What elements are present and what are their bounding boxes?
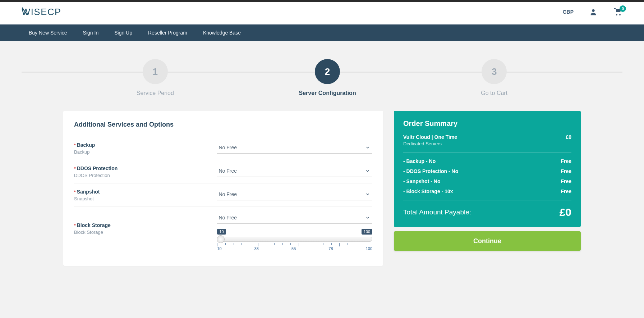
- site-header: WISECP GBP 0: [0, 2, 644, 24]
- snapshot-select[interactable]: No Free: [217, 188, 372, 200]
- cart-count-badge: 0: [620, 5, 626, 12]
- option-desc: DDOS Protection: [74, 173, 217, 178]
- svg-text:WISECP: WISECP: [22, 7, 61, 17]
- chevron-down-icon: [365, 145, 370, 150]
- panel-title: Additional Services and Options: [74, 121, 372, 133]
- slider-thumb[interactable]: [217, 235, 225, 243]
- main-nav: Buy New Service Sign In Sign Up Reseller…: [0, 24, 644, 41]
- chevron-down-icon: [365, 215, 370, 220]
- option-title: Backup: [77, 142, 95, 148]
- options-panel: Additional Services and Options *Backup …: [63, 111, 383, 266]
- ddos-select[interactable]: No Free: [217, 165, 372, 177]
- option-desc: Backup: [74, 149, 217, 155]
- slider-scale: 10 33 55 78 100: [217, 243, 372, 251]
- svg-point-2: [592, 9, 594, 12]
- wisecp-logo-icon: WISECP: [22, 6, 83, 18]
- slider-max-badge: 100: [362, 229, 372, 235]
- required-mark: *: [74, 166, 76, 171]
- summary-title: Order Summary: [403, 119, 571, 128]
- chevron-down-icon: [365, 168, 370, 173]
- option-row-backup: *Backup Backup No Free: [74, 137, 372, 160]
- option-desc: Block Storage: [74, 230, 217, 235]
- required-mark: *: [74, 143, 76, 148]
- backup-select[interactable]: No Free: [217, 142, 372, 154]
- summary-product: Vultr Cloud | One Time: [403, 134, 457, 140]
- nav-knowledge-base[interactable]: Knowledge Base: [203, 30, 241, 36]
- summary-item: - DDOS Protection - NoFree: [403, 168, 571, 174]
- nav-reseller-program[interactable]: Reseller Program: [148, 30, 187, 36]
- svg-point-3: [616, 14, 617, 15]
- slider-track[interactable]: [217, 237, 372, 242]
- required-mark: *: [74, 223, 76, 228]
- option-title: Block Storage: [77, 222, 111, 228]
- cart-icon[interactable]: 0: [613, 8, 622, 16]
- option-desc: Snapshot: [74, 196, 217, 201]
- option-title: Sanpshot: [77, 189, 100, 195]
- summary-product-price: £0: [566, 134, 571, 140]
- total-value: £0: [560, 206, 571, 218]
- chevron-down-icon: [365, 192, 370, 197]
- currency-selector[interactable]: GBP: [563, 9, 574, 15]
- option-title: DDOS Protection: [77, 165, 118, 171]
- option-row-block-storage: *Block Storage Block Storage No Free 10 …: [74, 207, 372, 256]
- step-server-configuration[interactable]: 2 Server Configuration: [299, 59, 356, 96]
- total-label: Total Amount Payable:: [403, 208, 471, 216]
- continue-button[interactable]: Continue: [394, 231, 581, 251]
- nav-sign-up[interactable]: Sign Up: [114, 30, 132, 36]
- block-storage-slider[interactable]: 10 100 10: [217, 229, 372, 251]
- nav-sign-in[interactable]: Sign In: [83, 30, 99, 36]
- summary-item: - Block Storage - 10xFree: [403, 188, 571, 194]
- summary-item: - Sanpshot - NoFree: [403, 178, 571, 184]
- block-storage-select[interactable]: No Free: [217, 212, 372, 224]
- step-service-period[interactable]: 1 Service Period: [137, 59, 174, 96]
- option-row-snapshot: *Sanpshot Snapshot No Free: [74, 183, 372, 207]
- svg-point-4: [619, 14, 621, 15]
- summary-category: Dedicated Servers: [403, 141, 571, 146]
- nav-buy-new-service[interactable]: Buy New Service: [29, 30, 67, 36]
- checkout-steps: 1 Service Period 2 Server Configuration …: [0, 59, 644, 96]
- order-summary-panel: Order Summary Vultr Cloud | One Time £0 …: [394, 111, 581, 227]
- option-row-ddos: *DDOS Protection DDOS Protection No Free: [74, 160, 372, 183]
- required-mark: *: [74, 190, 76, 195]
- slider-min-badge: 10: [217, 229, 226, 235]
- step-go-to-cart[interactable]: 3 Go to Cart: [481, 59, 507, 96]
- account-icon[interactable]: [589, 8, 597, 16]
- summary-item: - Backup - NoFree: [403, 158, 571, 164]
- brand-logo[interactable]: WISECP: [22, 6, 83, 18]
